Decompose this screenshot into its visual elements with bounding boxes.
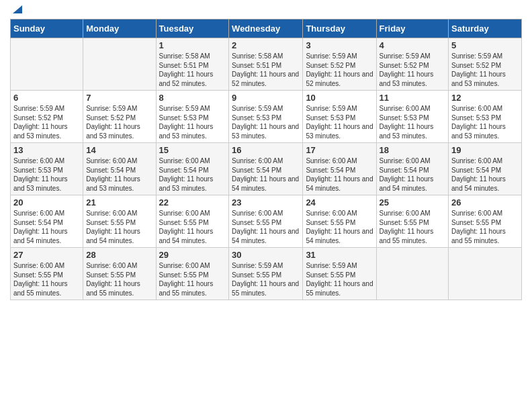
calendar-cell: 26Sunrise: 6:00 AM Sunset: 5:55 PM Dayli… bbox=[449, 195, 522, 248]
day-number: 5 bbox=[451, 40, 519, 50]
calendar-cell: 29Sunrise: 6:00 AM Sunset: 5:55 PM Dayli… bbox=[156, 248, 229, 300]
header-saturday: Saturday bbox=[449, 19, 522, 38]
day-number: 18 bbox=[380, 145, 446, 155]
day-info: Sunrise: 6:00 AM Sunset: 5:54 PM Dayligh… bbox=[306, 156, 373, 193]
day-info: Sunrise: 6:00 AM Sunset: 5:54 PM Dayligh… bbox=[380, 156, 446, 193]
calendar-cell: 3Sunrise: 5:59 AM Sunset: 5:52 PM Daylig… bbox=[303, 38, 376, 91]
day-info: Sunrise: 6:00 AM Sunset: 5:53 PM Dayligh… bbox=[380, 104, 446, 140]
day-number: 28 bbox=[86, 250, 152, 260]
calendar-cell: 22Sunrise: 6:00 AM Sunset: 5:55 PM Dayli… bbox=[156, 195, 229, 248]
day-info: Sunrise: 6:00 AM Sunset: 5:54 PM Dayligh… bbox=[451, 156, 519, 193]
day-info: Sunrise: 5:59 AM Sunset: 5:53 PM Dayligh… bbox=[232, 104, 300, 140]
calendar-cell: 13Sunrise: 6:00 AM Sunset: 5:53 PM Dayli… bbox=[11, 143, 83, 195]
calendar-table: SundayMondayTuesdayWednesdayThursdayFrid… bbox=[10, 19, 522, 300]
day-number: 11 bbox=[380, 93, 446, 103]
calendar-cell: 14Sunrise: 6:00 AM Sunset: 5:54 PM Dayli… bbox=[83, 143, 156, 195]
day-info: Sunrise: 6:00 AM Sunset: 5:55 PM Dayligh… bbox=[159, 261, 226, 298]
calendar-week-row: 27Sunrise: 6:00 AM Sunset: 5:55 PM Dayli… bbox=[11, 248, 522, 300]
day-info: Sunrise: 5:58 AM Sunset: 5:51 PM Dayligh… bbox=[232, 52, 300, 88]
calendar-cell bbox=[83, 38, 156, 91]
day-info: Sunrise: 6:00 AM Sunset: 5:55 PM Dayligh… bbox=[86, 261, 152, 298]
calendar-cell: 9Sunrise: 5:59 AM Sunset: 5:53 PM Daylig… bbox=[229, 91, 303, 143]
day-info: Sunrise: 5:59 AM Sunset: 5:52 PM Dayligh… bbox=[380, 52, 446, 88]
day-info: Sunrise: 6:00 AM Sunset: 5:54 PM Dayligh… bbox=[13, 209, 80, 245]
day-number: 3 bbox=[306, 40, 373, 50]
day-number: 27 bbox=[13, 250, 80, 260]
day-number: 4 bbox=[380, 40, 446, 50]
day-number: 7 bbox=[86, 93, 152, 103]
day-number: 26 bbox=[451, 197, 519, 208]
calendar-cell: 25Sunrise: 6:00 AM Sunset: 5:55 PM Dayli… bbox=[376, 195, 449, 248]
header-wednesday: Wednesday bbox=[229, 19, 303, 38]
day-info: Sunrise: 6:00 AM Sunset: 5:55 PM Dayligh… bbox=[232, 209, 300, 245]
calendar-cell: 24Sunrise: 6:00 AM Sunset: 5:55 PM Dayli… bbox=[303, 195, 376, 248]
calendar-cell: 30Sunrise: 5:59 AM Sunset: 5:55 PM Dayli… bbox=[229, 248, 303, 300]
day-info: Sunrise: 6:00 AM Sunset: 5:55 PM Dayligh… bbox=[159, 209, 226, 245]
day-info: Sunrise: 5:59 AM Sunset: 5:53 PM Dayligh… bbox=[159, 104, 226, 140]
calendar-cell: 27Sunrise: 6:00 AM Sunset: 5:55 PM Dayli… bbox=[11, 248, 83, 300]
day-number: 25 bbox=[380, 197, 446, 208]
day-number: 17 bbox=[306, 145, 373, 155]
day-number: 8 bbox=[159, 93, 226, 103]
calendar-cell: 15Sunrise: 6:00 AM Sunset: 5:54 PM Dayli… bbox=[156, 143, 229, 195]
calendar-week-row: 6Sunrise: 5:59 AM Sunset: 5:52 PM Daylig… bbox=[11, 91, 522, 143]
calendar-cell bbox=[449, 248, 522, 300]
day-number: 15 bbox=[159, 145, 226, 155]
calendar-cell: 19Sunrise: 6:00 AM Sunset: 5:54 PM Dayli… bbox=[449, 143, 522, 195]
calendar-cell: 17Sunrise: 6:00 AM Sunset: 5:54 PM Dayli… bbox=[303, 143, 376, 195]
calendar-cell: 23Sunrise: 6:00 AM Sunset: 5:55 PM Dayli… bbox=[229, 195, 303, 248]
calendar-cell: 4Sunrise: 5:59 AM Sunset: 5:52 PM Daylig… bbox=[376, 38, 449, 91]
day-info: Sunrise: 6:00 AM Sunset: 5:54 PM Dayligh… bbox=[86, 156, 152, 193]
day-info: Sunrise: 5:59 AM Sunset: 5:52 PM Dayligh… bbox=[13, 104, 80, 140]
day-info: Sunrise: 6:00 AM Sunset: 5:53 PM Dayligh… bbox=[13, 156, 80, 193]
calendar-cell: 6Sunrise: 5:59 AM Sunset: 5:52 PM Daylig… bbox=[11, 91, 83, 143]
day-number: 9 bbox=[232, 93, 300, 103]
calendar-cell: 11Sunrise: 6:00 AM Sunset: 5:53 PM Dayli… bbox=[376, 91, 449, 143]
calendar-cell: 2Sunrise: 5:58 AM Sunset: 5:51 PM Daylig… bbox=[229, 38, 303, 91]
day-number: 19 bbox=[451, 145, 519, 155]
day-number: 14 bbox=[86, 145, 152, 155]
day-number: 22 bbox=[159, 197, 226, 208]
calendar-cell: 7Sunrise: 5:59 AM Sunset: 5:52 PM Daylig… bbox=[83, 91, 156, 143]
day-info: Sunrise: 6:00 AM Sunset: 5:53 PM Dayligh… bbox=[451, 104, 519, 140]
calendar-cell: 28Sunrise: 6:00 AM Sunset: 5:55 PM Dayli… bbox=[83, 248, 156, 300]
header-sunday: Sunday bbox=[11, 19, 83, 38]
day-info: Sunrise: 6:00 AM Sunset: 5:54 PM Dayligh… bbox=[232, 156, 300, 193]
day-number: 16 bbox=[232, 145, 300, 155]
day-info: Sunrise: 5:59 AM Sunset: 5:52 PM Dayligh… bbox=[306, 52, 373, 88]
calendar-cell: 20Sunrise: 6:00 AM Sunset: 5:54 PM Dayli… bbox=[11, 195, 83, 248]
calendar-header-row: SundayMondayTuesdayWednesdayThursdayFrid… bbox=[11, 19, 522, 38]
day-info: Sunrise: 6:00 AM Sunset: 5:55 PM Dayligh… bbox=[13, 261, 80, 298]
day-info: Sunrise: 5:59 AM Sunset: 5:53 PM Dayligh… bbox=[306, 104, 373, 140]
logo bbox=[10, 7, 24, 15]
day-number: 13 bbox=[13, 145, 80, 155]
day-number: 12 bbox=[451, 93, 519, 103]
day-info: Sunrise: 5:58 AM Sunset: 5:51 PM Dayligh… bbox=[159, 52, 226, 88]
day-number: 24 bbox=[306, 197, 373, 208]
day-number: 21 bbox=[86, 197, 152, 208]
header-monday: Monday bbox=[83, 19, 156, 38]
calendar-cell: 12Sunrise: 6:00 AM Sunset: 5:53 PM Dayli… bbox=[449, 91, 522, 143]
calendar-week-row: 20Sunrise: 6:00 AM Sunset: 5:54 PM Dayli… bbox=[11, 195, 522, 248]
day-number: 20 bbox=[13, 197, 80, 208]
page-header bbox=[10, 7, 522, 15]
calendar-cell: 18Sunrise: 6:00 AM Sunset: 5:54 PM Dayli… bbox=[376, 143, 449, 195]
calendar-week-row: 13Sunrise: 6:00 AM Sunset: 5:53 PM Dayli… bbox=[11, 143, 522, 195]
calendar-cell bbox=[376, 248, 449, 300]
day-info: Sunrise: 5:59 AM Sunset: 5:52 PM Dayligh… bbox=[451, 52, 519, 88]
day-info: Sunrise: 6:00 AM Sunset: 5:55 PM Dayligh… bbox=[451, 209, 519, 245]
calendar-cell: 21Sunrise: 6:00 AM Sunset: 5:55 PM Dayli… bbox=[83, 195, 156, 248]
day-info: Sunrise: 6:00 AM Sunset: 5:55 PM Dayligh… bbox=[86, 209, 152, 245]
calendar-cell bbox=[11, 38, 83, 91]
calendar-cell: 16Sunrise: 6:00 AM Sunset: 5:54 PM Dayli… bbox=[229, 143, 303, 195]
day-number: 6 bbox=[13, 93, 80, 103]
day-number: 23 bbox=[232, 197, 300, 208]
day-number: 2 bbox=[232, 40, 300, 50]
calendar-cell: 1Sunrise: 5:58 AM Sunset: 5:51 PM Daylig… bbox=[156, 38, 229, 91]
calendar-cell: 10Sunrise: 5:59 AM Sunset: 5:53 PM Dayli… bbox=[303, 91, 376, 143]
day-info: Sunrise: 6:00 AM Sunset: 5:55 PM Dayligh… bbox=[380, 209, 446, 245]
day-info: Sunrise: 6:00 AM Sunset: 5:54 PM Dayligh… bbox=[159, 156, 226, 193]
calendar-cell: 8Sunrise: 5:59 AM Sunset: 5:53 PM Daylig… bbox=[156, 91, 229, 143]
day-number: 10 bbox=[306, 93, 373, 103]
day-info: Sunrise: 6:00 AM Sunset: 5:55 PM Dayligh… bbox=[306, 209, 373, 245]
